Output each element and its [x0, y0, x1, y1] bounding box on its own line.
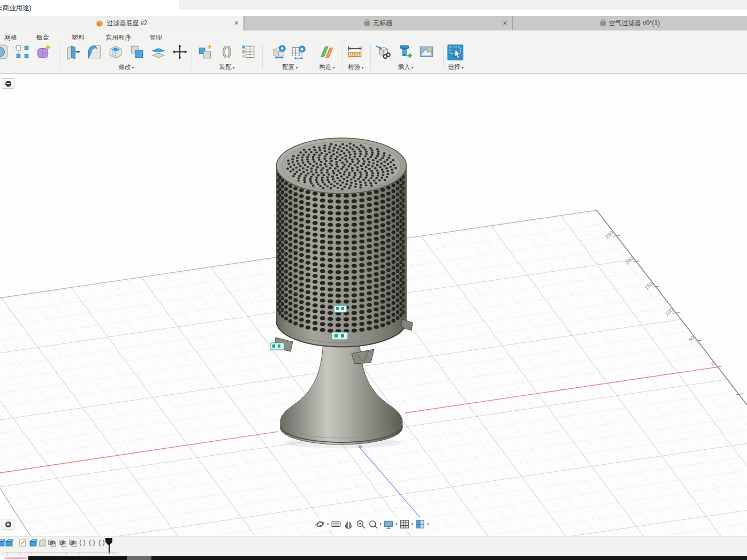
insert-fastener-icon[interactable] [397, 44, 413, 60]
tab-label: 空气过滤器 v0*(1) [609, 19, 660, 28]
ruler-labels: 250 200 150 100 50 0 [604, 229, 716, 367]
dropdown-arrow-icon: ▾ [332, 65, 334, 70]
timeline-feature-joint[interactable] [97, 539, 106, 547]
timeline-feature-extrude[interactable] [29, 539, 37, 547]
timeline-feature-combine[interactable] [58, 539, 67, 547]
measure-icon[interactable] [347, 44, 363, 60]
menu-mesh[interactable]: 网格 [4, 33, 17, 42]
configuration-icon[interactable] [271, 44, 287, 60]
menu-plastic[interactable]: 塑料 [72, 33, 85, 42]
display-settings-icon[interactable] [383, 519, 394, 530]
split-body-icon[interactable] [150, 44, 166, 60]
look-at-icon[interactable] [331, 519, 341, 530]
zoom-icon[interactable] [355, 519, 366, 530]
timeline-feature-fillet[interactable] [38, 539, 47, 547]
timeline-feature-joint[interactable] [88, 539, 96, 547]
dropdown-arrow-icon[interactable]: ▾ [380, 522, 382, 526]
expand-icon [5, 521, 11, 527]
create-sketch-icon[interactable] [14, 44, 31, 60]
title-bar: 非商业用途) [0, 0, 747, 16]
timeline-feature-sketch[interactable] [18, 539, 27, 547]
bottom-strip [0, 556, 747, 560]
group-label-select[interactable]: 选择▾ [440, 63, 472, 71]
viewports-icon[interactable] [415, 519, 425, 530]
tab-label: 无标题 [373, 19, 392, 28]
timeline-marker-smudge [4, 557, 29, 559]
player-bar-segment [127, 556, 151, 560]
3d-scene: 250 200 150 100 50 0 [0, 74, 747, 536]
menu-sheetmetal[interactable]: 钣金 [36, 33, 49, 42]
ruler-label: 50 [688, 334, 696, 343]
x-axis-line [0, 432, 278, 473]
tab-filter-base[interactable]: 过滤器底座 v2 × [0, 16, 243, 30]
canvas-image-icon[interactable] [418, 44, 435, 60]
dropdown-arrow-icon: ▾ [132, 65, 134, 70]
group-label-configure[interactable]: 配置▾ [274, 63, 306, 71]
browser-collapse-button[interactable] [2, 78, 14, 89]
clipped-tool-icon[interactable] [0, 44, 9, 60]
collapse-icon [5, 81, 11, 87]
grid-snaps-icon[interactable] [399, 519, 410, 530]
timeline-feature-combine[interactable] [48, 539, 56, 547]
group-label-construct[interactable]: 构造▾ [311, 63, 343, 71]
insert-derive-icon[interactable] [376, 44, 392, 60]
comments-collapse-button[interactable] [2, 519, 14, 530]
model-base-stand [280, 342, 402, 444]
orbit-icon[interactable] [315, 519, 325, 530]
pan-icon[interactable] [343, 519, 354, 530]
dropdown-arrow-icon[interactable]: ▾ [327, 522, 329, 526]
group-label-modify[interactable]: 修改▾ [110, 63, 142, 71]
combine-icon[interactable] [129, 44, 145, 60]
timeline-feature-extrude[interactable] [5, 539, 13, 547]
z-axis-line [359, 446, 429, 527]
air-filter-model [270, 138, 413, 448]
tab-close-button[interactable]: × [503, 19, 507, 27]
tab-air-filter[interactable]: 空气过滤器 v0*(1) [513, 16, 747, 30]
navigation-bar: ▾ ▾ ▾ ▾ ▾ [313, 517, 431, 531]
timeline-feature-combine[interactable] [68, 539, 77, 547]
fillet-icon[interactable] [86, 44, 102, 60]
document-cube-icon [96, 20, 103, 27]
titlebar-shade [179, 0, 747, 10]
new-component-icon[interactable] [197, 44, 214, 60]
menu-manage[interactable]: 管理 [149, 33, 162, 42]
lock-icon [600, 21, 606, 26]
app-mode-text: 非商业用途) [0, 4, 32, 13]
group-label-insert[interactable]: 插入▾ [390, 63, 422, 71]
ruler-label: 150 [644, 280, 654, 291]
viewport-canvas[interactable]: 250 200 150 100 50 0 [0, 74, 747, 536]
group-label-assemble[interactable]: 装配▾ [211, 63, 243, 71]
dropdown-arrow-icon[interactable]: ▾ [395, 522, 398, 526]
move-copy-icon[interactable] [172, 44, 188, 60]
lock-icon [364, 21, 370, 26]
fit-icon[interactable] [368, 519, 378, 530]
bom-table-icon[interactable] [240, 44, 256, 60]
timeline-bar [0, 536, 747, 556]
timeline-ruler [4, 553, 118, 553]
menu-utilities[interactable]: 实用程序 [105, 33, 131, 42]
press-pull-icon[interactable] [65, 44, 81, 60]
tab-untitled[interactable]: 无标题 × [245, 16, 512, 30]
timeline-feature-joint[interactable] [78, 539, 87, 547]
tab-label: 过滤器底座 v2 [106, 19, 147, 28]
dropdown-arrow-icon: ▾ [461, 65, 463, 70]
select-tool-icon[interactable] [447, 44, 464, 61]
configuration-table-icon[interactable] [291, 44, 307, 60]
tab-close-button[interactable]: × [234, 19, 239, 27]
joint-icon[interactable] [219, 44, 235, 60]
dropdown-arrow-icon: ▾ [295, 65, 298, 70]
dropdown-arrow-icon: ▾ [361, 65, 363, 70]
create-form-icon[interactable] [35, 44, 51, 60]
dropdown-arrow-icon: ▾ [232, 65, 234, 70]
shell-icon[interactable] [108, 44, 124, 60]
document-tab-bar: 过滤器底座 v2 × 无标题 × 空气过滤器 v0*(1) [0, 16, 747, 30]
dropdown-arrow-icon: ▾ [411, 65, 413, 70]
ruler-label: 100 [664, 306, 675, 317]
ribbon: 网格 钣金 塑料 实用程序 管理 [0, 30, 747, 74]
grid-ruler-edge [597, 210, 747, 405]
dropdown-arrow-icon[interactable]: ▾ [411, 522, 414, 526]
group-label-inspect[interactable]: 检验▾ [340, 63, 372, 71]
dropdown-arrow-icon[interactable]: ▾ [427, 522, 429, 526]
construct-plane-icon[interactable] [319, 44, 335, 60]
